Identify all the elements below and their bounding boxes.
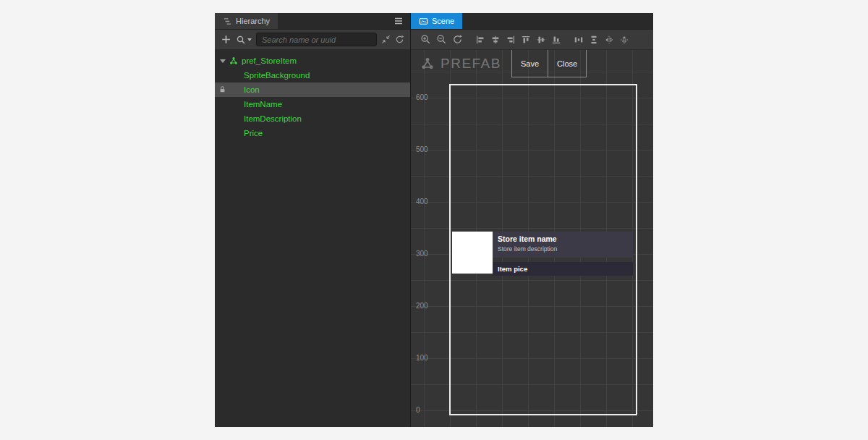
prefab-save-button[interactable]: Save [511,50,548,77]
search-icon [236,35,246,45]
tree-row-prefab-root[interactable]: pref_StoreItem [215,54,410,68]
refresh-icon [395,35,404,44]
refresh-button[interactable] [395,35,404,44]
prefab-actions: Save Close [511,50,587,77]
scene-toolbar [411,30,653,50]
store-item-preview[interactable]: Store item name Store item description I… [452,232,633,275]
align-tools-group [475,35,561,45]
tree-row[interactable]: SpriteBackground [215,68,410,82]
flip-vertical-icon [619,35,629,45]
align-vertical-center-icon [536,35,546,45]
zoom-in-icon [420,34,431,45]
tree-row[interactable]: Price [215,126,410,140]
prefab-close-button[interactable]: Close [548,50,586,77]
ruler-label: 100 [416,354,428,363]
distribute-tools-group [574,35,629,45]
align-bottom-button[interactable] [551,35,561,45]
header-spacer [278,13,387,29]
distribute-vertical-button[interactable] [589,35,599,45]
collapse-all-button[interactable] [381,35,391,44]
chevron-down-icon [247,38,252,41]
store-item-icon-sprite[interactable] [452,232,493,274]
node-label: SpriteBackground [244,71,310,80]
ruler-label: 500 [416,145,428,154]
flip-horizontal-icon [604,35,614,45]
expand-arrow-icon[interactable] [220,59,226,63]
zoom-out-icon [436,34,447,45]
tab-scene[interactable]: Scene [411,13,462,29]
reset-view-button[interactable] [452,34,463,45]
tab-hierarchy[interactable]: Hierarchy [215,13,278,29]
store-item-text-block[interactable]: Store item name Store item description [493,232,633,258]
hierarchy-tab-label: Hierarchy [236,17,270,25]
distribute-vertical-icon [589,35,599,45]
align-horizontal-center-icon [490,35,501,45]
hierarchy-tree: pref_StoreItem SpriteBackground Icon Ite… [215,50,410,427]
align-top-button[interactable] [521,35,531,45]
align-horizontal-center-button[interactable] [490,35,501,45]
scene-tab-icon [419,17,428,26]
align-left-icon [475,35,485,45]
search-filter-button[interactable] [236,35,252,45]
align-bottom-icon [551,35,561,45]
ruler-label: 0 [416,406,420,415]
search-input[interactable] [256,33,377,46]
align-top-icon [521,35,531,45]
zoom-in-button[interactable] [420,34,431,45]
tree-row[interactable]: ItemDescription [215,111,410,126]
zoom-out-button[interactable] [436,34,447,45]
scene-canvas[interactable]: PREFAB Save Close 600 500 400 300 200 10… [411,50,653,427]
distribute-horizontal-icon [574,35,584,45]
store-item-name: Store item name [498,234,633,243]
panel-menu-button[interactable] [387,13,410,29]
node-label: ItemDescription [244,114,302,123]
scene-header: Scene [411,13,653,30]
hierarchy-header: Hierarchy [215,13,410,30]
scene-panel: Scene [411,13,653,427]
prefab-mode-title: PREFAB [411,50,511,77]
align-right-icon [506,35,516,45]
node-label: Icon [244,85,260,94]
node-label: ItemName [244,100,282,109]
flip-horizontal-button[interactable] [604,35,614,45]
ruler-label: 300 [416,250,428,258]
node-label: pref_StoreItem [242,56,297,65]
store-item-price-block[interactable]: Item pice [493,262,633,276]
node-label: Price [244,129,263,138]
align-right-button[interactable] [506,35,516,45]
plus-icon [221,34,231,45]
hierarchy-panel: Hierarchy [215,13,411,427]
hierarchy-tree-icon [223,17,232,26]
ruler-label: 200 [416,302,428,310]
tree-row[interactable]: ItemName [215,97,410,111]
ruler-label: 400 [416,198,428,206]
tree-row-selected[interactable]: Icon [215,82,410,97]
hierarchy-toolbar [215,30,410,50]
prefab-title-label: PREFAB [441,56,501,72]
hamburger-icon [393,16,404,26]
flip-vertical-button[interactable] [619,35,629,45]
editor-window: Hierarchy [215,13,653,427]
store-item-price: Item pice [498,265,527,273]
scene-tab-label: Scene [432,17,454,25]
align-left-button[interactable] [475,35,485,45]
ruler-label: 600 [416,93,428,102]
add-node-button[interactable] [221,34,231,45]
prefab-icon [229,56,239,66]
prefab-edit-bar: PREFAB Save Close [411,50,653,77]
prefab-icon [420,56,435,72]
store-item-description: Store item description [498,245,633,253]
collapse-all-icon [381,35,391,44]
distribute-horizontal-button[interactable] [574,35,584,45]
lock-icon[interactable] [218,85,226,93]
align-vertical-center-button[interactable] [536,35,546,45]
reset-view-icon [452,34,463,45]
